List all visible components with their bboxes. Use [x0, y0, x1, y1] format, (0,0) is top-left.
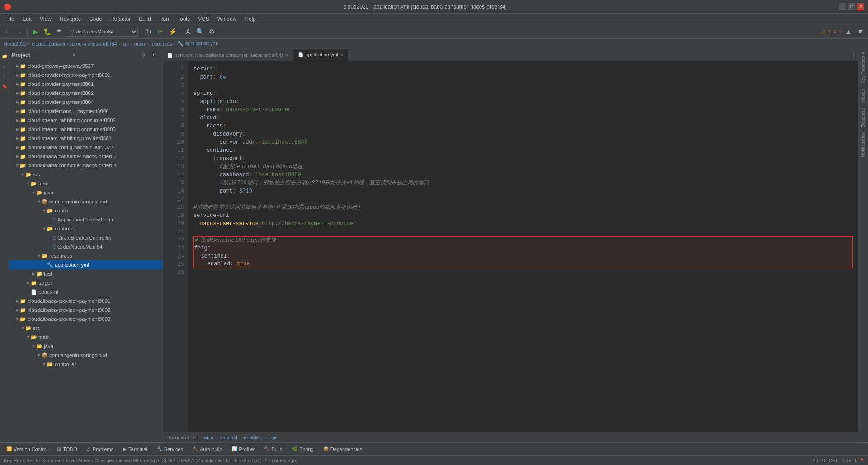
right-label-keypromoter[interactable]: Key Promoter X	[859, 49, 867, 86]
code-area[interactable]: server: port: 84spring: application: nam…	[188, 61, 858, 432]
tree-item[interactable]: ▶📁cloud-provider-payment8001	[9, 80, 162, 89]
refresh-button[interactable]: ↻	[144, 27, 154, 37]
minimize-button[interactable]: —	[839, 3, 846, 10]
tree-item[interactable]: ▼📂controller	[9, 360, 162, 369]
project-icon[interactable]: 📁	[1, 52, 8, 60]
tab-pom-close[interactable]: ✕	[285, 53, 288, 58]
status-position[interactable]: 25:18	[812, 458, 825, 463]
tree-item[interactable]: ▶📁cloud-stream-rabbitmq-consumer8802	[9, 116, 162, 125]
menu-view[interactable]: View	[36, 15, 55, 23]
menu-navigate[interactable]: Navigate	[56, 15, 85, 23]
tree-item[interactable]: ▼📂java	[9, 342, 162, 351]
tree-item[interactable]: ▶📁cloud-stream-rabbitmq-consumer8803	[9, 125, 162, 134]
coverage-button[interactable]: ☂	[54, 27, 64, 37]
tree-item[interactable]: ▶📁cloudalibaba-provider-payment9002	[9, 305, 162, 315]
breadcrumb-main[interactable]: main	[134, 41, 145, 47]
bottom-profiler[interactable]: 📊 Profiler	[227, 443, 260, 456]
collapse-errors-button[interactable]: ▼	[855, 27, 865, 37]
back-button[interactable]: ←	[3, 27, 13, 37]
bc-true[interactable]: true	[268, 435, 277, 440]
bottom-version-control[interactable]: 🔀 Version Control	[2, 443, 52, 456]
expand-errors-button[interactable]: ▲	[844, 27, 854, 37]
project-dropdown-arrow[interactable]: ▼	[72, 52, 76, 57]
tree-item[interactable]: ▶📁cloudalibaba-consumer-nacos-order83	[9, 152, 162, 161]
forward-button[interactable]: →	[14, 27, 24, 37]
tree-item[interactable]: ▶📁cloud-stream-rabbitmq-provider8801	[9, 134, 162, 143]
tree-item[interactable]: ▼📂main	[9, 333, 162, 342]
tree-item[interactable]: ▼📂src	[9, 324, 162, 333]
bc-feign[interactable]: feign:	[203, 435, 215, 440]
bottom-spring[interactable]: 🌿 Spring	[288, 443, 319, 456]
run-button[interactable]: ▶	[30, 27, 40, 37]
structure-icon[interactable]: ≡	[1, 72, 8, 80]
translate-button[interactable]: A	[183, 27, 193, 37]
menu-edit[interactable]: Edit	[19, 15, 35, 23]
debug-button[interactable]: 🐛	[42, 27, 52, 37]
tree-item[interactable]: ▶📁cloudalibaba-config-nacos-client3377	[9, 143, 162, 152]
bottom-build[interactable]: 🔨 Build	[259, 443, 287, 456]
tree-item[interactable]: COrderNacosMain84	[9, 242, 162, 251]
status-line-ending[interactable]: CRL	[829, 458, 839, 463]
tree-item[interactable]: ▼📂java	[9, 188, 162, 197]
menu-code[interactable]: Code	[85, 15, 106, 23]
tree-item[interactable]: ▶📁cloud-providerconsul-payment8006	[9, 107, 162, 116]
bc-enabled[interactable]: enabled:	[244, 435, 263, 440]
tree-item[interactable]: ▼📂main	[9, 179, 162, 188]
bottom-auto-build[interactable]: 🔨 Auto-build	[188, 443, 227, 456]
maximize-button[interactable]: □	[848, 3, 855, 10]
tree-item[interactable]: ▶📁cloud-provider-payment8002	[9, 89, 162, 98]
bottom-services[interactable]: 🔧 Services	[152, 443, 188, 456]
menu-window[interactable]: Window	[214, 15, 241, 23]
project-collapse-all[interactable]: ⊟	[138, 50, 148, 60]
tree-item[interactable]: ▶📁cloudalibaba-provider-payment9001	[9, 296, 162, 305]
tree-item[interactable]: ▼📦com.angenin.springcloud	[9, 351, 162, 360]
bc-sentinel[interactable]: sentinel:	[220, 435, 239, 440]
breadcrumb-resources[interactable]: resources	[150, 41, 172, 47]
bottom-dependencies[interactable]: 📦 Dependencies	[319, 443, 367, 456]
tree-item[interactable]: CApplicationContextConfi...	[9, 215, 162, 224]
breadcrumb-src[interactable]: src	[122, 41, 129, 47]
close-button[interactable]: ✕	[857, 3, 864, 10]
tree-item[interactable]: ▼📂resources	[9, 251, 162, 260]
right-label-maven[interactable]: Maven	[859, 86, 867, 105]
right-label-database[interactable]: Database	[859, 105, 867, 130]
bottom-todo[interactable]: ☑ TODO	[52, 443, 82, 456]
breadcrumb-cloud2020[interactable]: cloud2020	[4, 41, 27, 47]
tab-application-yml[interactable]: 📄 application.yml ✕	[293, 49, 349, 61]
menu-build[interactable]: Build	[135, 15, 155, 23]
tab-pom-xml[interactable]: 📄 pom.xml (cloudalibaba-consumer-nacos-o…	[163, 49, 293, 61]
tree-item[interactable]: 📄pom.xml	[9, 287, 162, 296]
tree-item[interactable]: ▶📁test	[9, 269, 162, 278]
tree-item[interactable]: ▶📁target	[9, 278, 162, 287]
tree-item[interactable]: 🔧application.yml	[9, 260, 162, 269]
search-button[interactable]: 🔍	[195, 27, 205, 37]
tab-yml-close[interactable]: ✕	[340, 52, 344, 57]
tree-item[interactable]: ▼📂cloudalibaba-provider-payment9003	[9, 315, 162, 324]
menu-file[interactable]: File	[2, 15, 18, 23]
status-encoding[interactable]: UTF-8	[842, 458, 856, 463]
breadcrumb-file[interactable]: 🔧 application.yml	[177, 41, 218, 47]
menu-refactor[interactable]: Refactor	[107, 15, 134, 23]
tree-item[interactable]: ▼📂config	[9, 206, 162, 215]
menu-vcs[interactable]: VCS	[194, 15, 213, 23]
menu-help[interactable]: Help	[241, 15, 259, 23]
bottom-problems[interactable]: ⚠ Problems	[82, 443, 118, 456]
bookmark-icon[interactable]: 🔖	[1, 82, 8, 89]
run-config-selector[interactable]: OrderNacosMain84	[66, 27, 138, 37]
menu-tools[interactable]: Tools	[174, 15, 193, 23]
tree-item[interactable]: ▼📦com.angenin.springcloud	[9, 197, 162, 206]
right-label-notifications[interactable]: Notifications	[859, 130, 867, 160]
project-settings[interactable]: ⚙	[150, 50, 160, 60]
tree-item[interactable]: ▼📂controller	[9, 224, 162, 233]
breadcrumb-module[interactable]: cloudalibaba-consumer-nacos-order84	[32, 41, 117, 47]
build-project-button[interactable]: ⚡	[167, 27, 177, 37]
sync-button[interactable]: ⟳	[156, 27, 165, 37]
tree-item[interactable]: ▶📁cloud-gateway-gateway9527	[9, 61, 162, 70]
menu-run[interactable]: Run	[156, 15, 173, 23]
tree-item[interactable]: ▼📂cloudalibaba-consumer-nacos-order84	[9, 161, 162, 170]
tree-item[interactable]: ▼📂src	[9, 170, 162, 179]
settings-button[interactable]: ⚙	[207, 27, 217, 37]
tree-item[interactable]: ▶📁cloud-provider-hystrix-payment8001	[9, 70, 162, 80]
commit-icon[interactable]: ●	[1, 62, 8, 70]
tree-item[interactable]: CCircleBreakerController	[9, 233, 162, 242]
